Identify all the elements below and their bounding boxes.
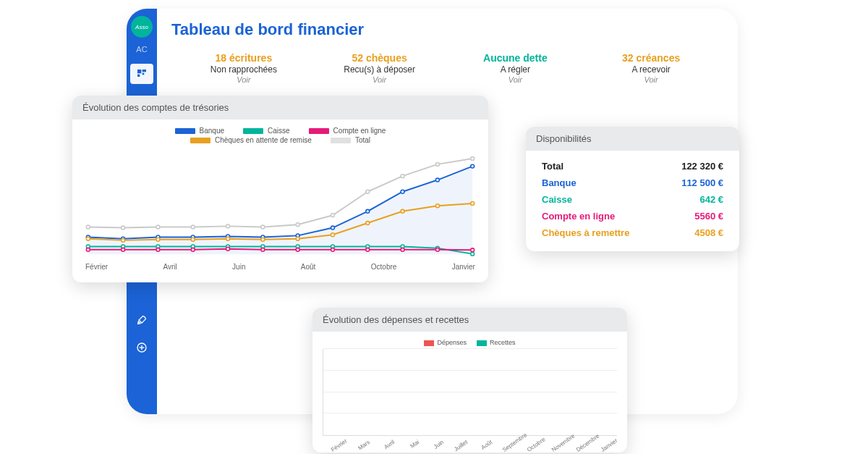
svg-point-30 — [471, 252, 475, 256]
svg-point-32 — [122, 248, 125, 251]
svg-point-14 — [331, 226, 335, 230]
availability-row: Chèques à remettre4508 € — [536, 224, 729, 241]
svg-point-38 — [331, 248, 335, 251]
svg-point-56 — [122, 226, 125, 230]
treasury-card-title: Évolution des comptes de trésories — [72, 96, 488, 119]
availability-value: 5560 € — [694, 211, 723, 222]
stat-link[interactable]: Voir — [312, 75, 448, 84]
stat-headline: 32 créances — [583, 52, 719, 64]
availability-label: Banque — [542, 177, 576, 188]
legend-total: Total — [355, 136, 370, 144]
treasury-card: Évolution des comptes de trésories Banqu… — [72, 96, 488, 282]
sidebar-item-rocket[interactable] — [136, 314, 148, 329]
expenses-chart[interactable] — [323, 349, 617, 436]
sidebar-item-dashboard[interactable] — [130, 64, 153, 84]
page-title: Tableau de bord financier — [171, 20, 723, 39]
svg-point-57 — [156, 225, 160, 229]
svg-point-60 — [261, 225, 265, 229]
svg-point-47 — [226, 237, 230, 240]
svg-point-39 — [366, 248, 370, 251]
availability-value: 112 500 € — [681, 177, 723, 188]
svg-point-37 — [296, 248, 299, 251]
treasury-x-axis: FévrierAvrilJuinAoûtOctobreJanvier — [82, 261, 478, 271]
svg-point-66 — [471, 157, 475, 161]
dashboard-icon — [136, 68, 148, 80]
stat-item: 18 écrituresNon rapprochéesVoir — [176, 52, 312, 84]
stat-sub: Recu(s) à déposer — [312, 64, 448, 75]
svg-point-33 — [156, 248, 160, 251]
availability-value: 642 € — [699, 194, 723, 205]
stat-headline: Aucune dette — [448, 52, 584, 64]
availability-label: Caisse — [542, 194, 572, 205]
legend-depenses: Dépenses — [437, 339, 467, 346]
svg-point-48 — [261, 237, 265, 241]
svg-point-62 — [331, 214, 335, 217]
legend-cheques: Chèques en attente de remise — [215, 136, 312, 144]
svg-point-31 — [86, 248, 90, 251]
svg-point-15 — [366, 209, 370, 213]
org-label[interactable]: AC — [136, 45, 147, 54]
svg-rect-2 — [142, 73, 145, 75]
svg-point-51 — [366, 222, 370, 225]
plus-circle-icon — [136, 342, 148, 353]
svg-point-34 — [191, 248, 195, 251]
availability-value: 4508 € — [694, 227, 723, 238]
sidebar-item-add[interactable] — [136, 342, 148, 356]
stat-sub: Non rapprochées — [176, 64, 312, 75]
treasury-legend: Banque Caisse Compte en ligne — [82, 127, 478, 135]
svg-point-41 — [435, 248, 439, 251]
svg-point-61 — [296, 223, 299, 227]
treasury-chart[interactable] — [82, 146, 478, 261]
svg-point-52 — [401, 209, 404, 213]
availability-label: Compte en ligne — [542, 211, 615, 222]
stats-row: 18 écrituresNon rapprochéesVoir52 chèque… — [171, 52, 723, 98]
expenses-card: Évolution des dépenses et recettes Dépen… — [312, 308, 627, 453]
stat-link[interactable]: Voir — [583, 75, 719, 84]
stat-link[interactable]: Voir — [448, 75, 584, 84]
legend-compte-en-ligne: Compte en ligne — [333, 127, 386, 135]
svg-point-50 — [331, 233, 335, 237]
svg-rect-3 — [137, 75, 140, 77]
svg-point-16 — [401, 190, 404, 193]
svg-rect-0 — [137, 70, 141, 73]
svg-point-49 — [296, 237, 299, 240]
availability-label: Total — [542, 161, 563, 172]
svg-point-63 — [366, 190, 370, 193]
stat-item: 52 chèquesRecu(s) à déposerVoir — [312, 52, 448, 84]
svg-point-54 — [471, 202, 475, 206]
legend-banque: Banque — [200, 127, 224, 135]
svg-point-44 — [122, 238, 125, 242]
availability-row: Caisse642 € — [536, 191, 729, 208]
svg-point-42 — [471, 248, 475, 252]
availability-card-title: Disponibilités — [526, 127, 739, 151]
treasury-legend-2: Chèques en attente de remise Total — [82, 136, 478, 144]
stat-headline: 52 chèques — [312, 52, 448, 64]
svg-point-58 — [191, 225, 195, 229]
svg-point-55 — [86, 225, 90, 229]
svg-point-40 — [401, 248, 404, 251]
stat-headline: 18 écritures — [176, 52, 312, 64]
stat-item: 32 créancesA recevoirVoir — [583, 52, 719, 84]
svg-point-59 — [226, 224, 230, 228]
availability-label: Chèques à remettre — [542, 227, 629, 238]
svg-rect-1 — [142, 70, 146, 72]
svg-point-64 — [401, 175, 404, 178]
svg-point-43 — [86, 237, 90, 240]
availability-value: 122 320 € — [681, 161, 723, 172]
svg-point-17 — [435, 178, 439, 182]
svg-point-53 — [435, 204, 439, 208]
stat-item: Aucune detteA réglerVoir — [448, 52, 584, 84]
availability-row: Total122 320 € — [536, 158, 729, 175]
svg-point-45 — [156, 237, 160, 241]
rocket-icon — [136, 314, 148, 326]
stat-sub: A recevoir — [583, 64, 719, 75]
expenses-card-title: Évolution des dépenses et recettes — [312, 308, 627, 332]
availability-card: Disponibilités Total122 320 €Banque112 5… — [526, 127, 739, 251]
svg-point-65 — [435, 162, 439, 166]
stat-sub: A régler — [448, 64, 584, 75]
svg-point-35 — [226, 247, 230, 251]
stat-link[interactable]: Voir — [176, 75, 312, 84]
app-logo[interactable]: Asso — [131, 16, 153, 38]
availability-row: Banque112 500 € — [536, 175, 729, 191]
legend-recettes: Recettes — [490, 339, 516, 346]
